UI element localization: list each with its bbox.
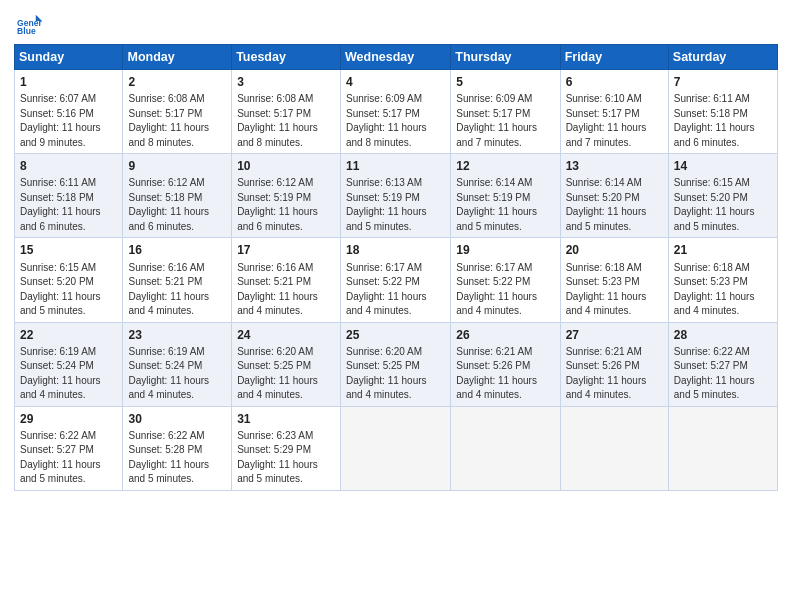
calendar-table: SundayMondayTuesdayWednesdayThursdayFrid… [14,44,778,491]
calendar-cell: 31Sunrise: 6:23 AMSunset: 5:29 PMDayligh… [232,406,341,490]
calendar-cell [451,406,560,490]
calendar-cell [340,406,450,490]
day-number: 20 [566,242,663,258]
calendar-header-wednesday: Wednesday [340,45,450,70]
day-number: 7 [674,74,772,90]
day-number: 1 [20,74,117,90]
day-info: Sunrise: 6:22 AMSunset: 5:28 PMDaylight:… [128,430,209,485]
day-number: 27 [566,327,663,343]
day-info: Sunrise: 6:19 AMSunset: 5:24 PMDaylight:… [128,346,209,401]
logo-icon: General Blue [14,10,42,38]
calendar-cell: 1Sunrise: 6:07 AMSunset: 5:16 PMDaylight… [15,70,123,154]
day-number: 26 [456,327,554,343]
day-info: Sunrise: 6:07 AMSunset: 5:16 PMDaylight:… [20,93,101,148]
day-number: 25 [346,327,445,343]
day-info: Sunrise: 6:15 AMSunset: 5:20 PMDaylight:… [674,177,755,232]
calendar-cell: 17Sunrise: 6:16 AMSunset: 5:21 PMDayligh… [232,238,341,322]
day-info: Sunrise: 6:23 AMSunset: 5:29 PMDaylight:… [237,430,318,485]
calendar-header-sunday: Sunday [15,45,123,70]
day-info: Sunrise: 6:20 AMSunset: 5:25 PMDaylight:… [237,346,318,401]
calendar-week-1: 1Sunrise: 6:07 AMSunset: 5:16 PMDaylight… [15,70,778,154]
calendar-week-5: 29Sunrise: 6:22 AMSunset: 5:27 PMDayligh… [15,406,778,490]
calendar-header-row: SundayMondayTuesdayWednesdayThursdayFrid… [15,45,778,70]
calendar-cell [668,406,777,490]
day-number: 24 [237,327,335,343]
day-number: 9 [128,158,226,174]
day-number: 15 [20,242,117,258]
calendar-cell: 2Sunrise: 6:08 AMSunset: 5:17 PMDaylight… [123,70,232,154]
day-number: 6 [566,74,663,90]
day-number: 23 [128,327,226,343]
day-number: 10 [237,158,335,174]
day-number: 12 [456,158,554,174]
calendar-cell: 29Sunrise: 6:22 AMSunset: 5:27 PMDayligh… [15,406,123,490]
calendar-cell: 16Sunrise: 6:16 AMSunset: 5:21 PMDayligh… [123,238,232,322]
day-info: Sunrise: 6:14 AMSunset: 5:20 PMDaylight:… [566,177,647,232]
day-number: 22 [20,327,117,343]
calendar-header-thursday: Thursday [451,45,560,70]
calendar-cell: 25Sunrise: 6:20 AMSunset: 5:25 PMDayligh… [340,322,450,406]
calendar-cell: 28Sunrise: 6:22 AMSunset: 5:27 PMDayligh… [668,322,777,406]
day-info: Sunrise: 6:22 AMSunset: 5:27 PMDaylight:… [674,346,755,401]
page: General Blue SundayMondayTuesdayWednesda… [0,0,792,612]
calendar-week-2: 8Sunrise: 6:11 AMSunset: 5:18 PMDaylight… [15,154,778,238]
day-info: Sunrise: 6:09 AMSunset: 5:17 PMDaylight:… [346,93,427,148]
calendar-cell: 6Sunrise: 6:10 AMSunset: 5:17 PMDaylight… [560,70,668,154]
calendar-cell: 21Sunrise: 6:18 AMSunset: 5:23 PMDayligh… [668,238,777,322]
day-info: Sunrise: 6:22 AMSunset: 5:27 PMDaylight:… [20,430,101,485]
calendar-cell: 23Sunrise: 6:19 AMSunset: 5:24 PMDayligh… [123,322,232,406]
day-number: 21 [674,242,772,258]
calendar-cell: 7Sunrise: 6:11 AMSunset: 5:18 PMDaylight… [668,70,777,154]
day-info: Sunrise: 6:16 AMSunset: 5:21 PMDaylight:… [237,262,318,317]
day-number: 18 [346,242,445,258]
calendar-cell: 5Sunrise: 6:09 AMSunset: 5:17 PMDaylight… [451,70,560,154]
day-number: 2 [128,74,226,90]
day-info: Sunrise: 6:09 AMSunset: 5:17 PMDaylight:… [456,93,537,148]
calendar-cell: 22Sunrise: 6:19 AMSunset: 5:24 PMDayligh… [15,322,123,406]
calendar-cell: 4Sunrise: 6:09 AMSunset: 5:17 PMDaylight… [340,70,450,154]
calendar-header-saturday: Saturday [668,45,777,70]
day-info: Sunrise: 6:13 AMSunset: 5:19 PMDaylight:… [346,177,427,232]
logo: General Blue [14,10,45,38]
day-number: 4 [346,74,445,90]
day-info: Sunrise: 6:16 AMSunset: 5:21 PMDaylight:… [128,262,209,317]
day-number: 30 [128,411,226,427]
day-number: 16 [128,242,226,258]
day-info: Sunrise: 6:10 AMSunset: 5:17 PMDaylight:… [566,93,647,148]
day-number: 29 [20,411,117,427]
day-number: 11 [346,158,445,174]
calendar-cell [560,406,668,490]
calendar-cell: 30Sunrise: 6:22 AMSunset: 5:28 PMDayligh… [123,406,232,490]
day-info: Sunrise: 6:12 AMSunset: 5:18 PMDaylight:… [128,177,209,232]
day-info: Sunrise: 6:21 AMSunset: 5:26 PMDaylight:… [566,346,647,401]
calendar-week-4: 22Sunrise: 6:19 AMSunset: 5:24 PMDayligh… [15,322,778,406]
calendar-cell: 13Sunrise: 6:14 AMSunset: 5:20 PMDayligh… [560,154,668,238]
calendar-cell: 3Sunrise: 6:08 AMSunset: 5:17 PMDaylight… [232,70,341,154]
calendar-cell: 24Sunrise: 6:20 AMSunset: 5:25 PMDayligh… [232,322,341,406]
day-info: Sunrise: 6:08 AMSunset: 5:17 PMDaylight:… [237,93,318,148]
calendar-cell: 18Sunrise: 6:17 AMSunset: 5:22 PMDayligh… [340,238,450,322]
day-info: Sunrise: 6:21 AMSunset: 5:26 PMDaylight:… [456,346,537,401]
day-info: Sunrise: 6:14 AMSunset: 5:19 PMDaylight:… [456,177,537,232]
day-number: 14 [674,158,772,174]
calendar-cell: 19Sunrise: 6:17 AMSunset: 5:22 PMDayligh… [451,238,560,322]
day-number: 17 [237,242,335,258]
calendar-week-3: 15Sunrise: 6:15 AMSunset: 5:20 PMDayligh… [15,238,778,322]
header: General Blue [14,10,778,38]
day-info: Sunrise: 6:18 AMSunset: 5:23 PMDaylight:… [674,262,755,317]
calendar-cell: 9Sunrise: 6:12 AMSunset: 5:18 PMDaylight… [123,154,232,238]
calendar-header-monday: Monday [123,45,232,70]
calendar-cell: 10Sunrise: 6:12 AMSunset: 5:19 PMDayligh… [232,154,341,238]
day-info: Sunrise: 6:11 AMSunset: 5:18 PMDaylight:… [20,177,101,232]
day-info: Sunrise: 6:11 AMSunset: 5:18 PMDaylight:… [674,93,755,148]
day-info: Sunrise: 6:12 AMSunset: 5:19 PMDaylight:… [237,177,318,232]
day-number: 5 [456,74,554,90]
day-number: 8 [20,158,117,174]
day-info: Sunrise: 6:18 AMSunset: 5:23 PMDaylight:… [566,262,647,317]
day-info: Sunrise: 6:19 AMSunset: 5:24 PMDaylight:… [20,346,101,401]
calendar-cell: 8Sunrise: 6:11 AMSunset: 5:18 PMDaylight… [15,154,123,238]
calendar-header-tuesday: Tuesday [232,45,341,70]
day-info: Sunrise: 6:17 AMSunset: 5:22 PMDaylight:… [456,262,537,317]
calendar-cell: 27Sunrise: 6:21 AMSunset: 5:26 PMDayligh… [560,322,668,406]
calendar-cell: 11Sunrise: 6:13 AMSunset: 5:19 PMDayligh… [340,154,450,238]
